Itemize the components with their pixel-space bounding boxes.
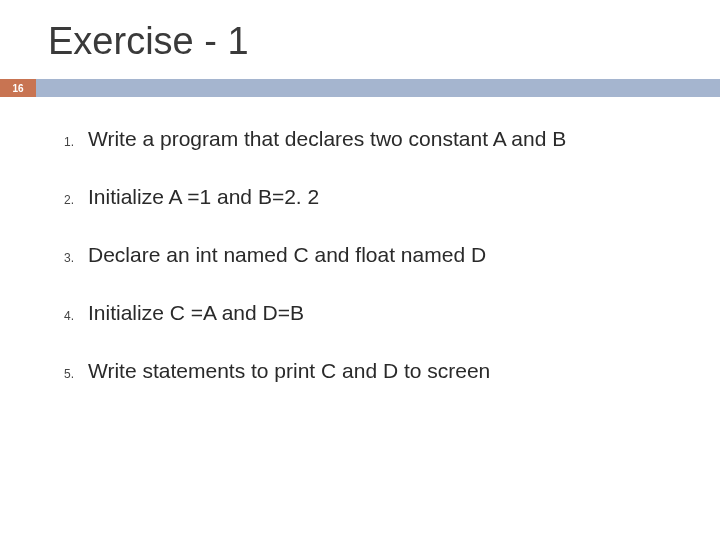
exercise-list: 1. Write a program that declares two con… [60, 127, 680, 383]
list-item: 3. Declare an int named C and float name… [60, 243, 680, 267]
page-number-box: 16 [0, 79, 36, 97]
list-item: 2. Initialize A =1 and B=2. 2 [60, 185, 680, 209]
list-item: 5. Write statements to print C and D to … [60, 359, 680, 383]
list-text: Initialize C =A and D=B [88, 301, 304, 325]
list-number: 3. [60, 251, 88, 265]
list-number: 4. [60, 309, 88, 323]
list-text: Declare an int named C and float named D [88, 243, 486, 267]
divider-bar: 16 [0, 79, 720, 97]
content-area: 1. Write a program that declares two con… [0, 97, 720, 383]
list-item: 4. Initialize C =A and D=B [60, 301, 680, 325]
slide-title: Exercise - 1 [0, 0, 720, 79]
list-text: Write statements to print C and D to scr… [88, 359, 490, 383]
list-item: 1. Write a program that declares two con… [60, 127, 680, 151]
list-text: Write a program that declares two consta… [88, 127, 566, 151]
list-text: Initialize A =1 and B=2. 2 [88, 185, 319, 209]
list-number: 1. [60, 135, 88, 149]
list-number: 5. [60, 367, 88, 381]
page-number: 16 [12, 83, 23, 94]
divider-fill [36, 79, 720, 97]
list-number: 2. [60, 193, 88, 207]
